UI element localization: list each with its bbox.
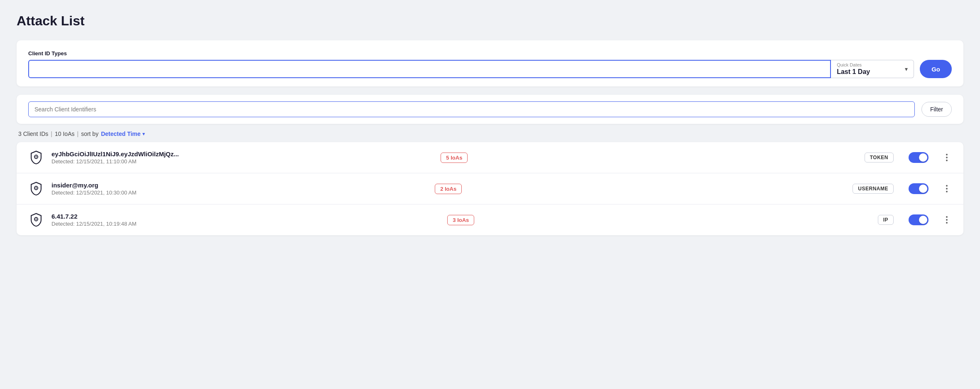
type-badge: IP [878,215,894,225]
svg-point-1 [36,156,37,158]
svg-point-3 [36,187,37,189]
attack-info: insider@my.org Detected: 12/15/2021, 10:… [51,182,427,196]
attack-detected: Detected: 12/15/2021, 10:19:48 AM [51,221,440,227]
type-badge: TOKEN [865,153,894,162]
attack-row: 6.41.7.22 Detected: 12/15/2021, 10:19:48… [17,204,963,235]
separator-2: | [77,130,78,137]
search-input[interactable] [28,101,915,117]
quick-dates-label: Quick Dates [837,63,902,67]
ioas-count: 10 IoAs [55,130,74,137]
more-options-icon[interactable] [942,184,952,194]
toggle-wrapper [909,152,929,163]
results-info: 3 Client IDs | 10 IoAs | sort by Detecte… [17,130,963,137]
filter-button[interactable]: Filter [921,102,952,117]
shield-icon [28,150,44,165]
attack-detected: Detected: 12/15/2021, 11:10:00 AM [51,158,433,165]
toggle-wrapper [909,183,929,194]
page-title: Attack List [17,13,963,29]
attack-id: 6.41.7.22 [51,213,243,220]
client-ids-count: 3 Client IDs [18,130,48,137]
quick-dates-value: Last 1 Day [837,68,902,76]
attack-row: eyJhbGciOiJlIUzl1NiJ9.eyJzdWliOilzMjQz..… [17,142,963,173]
filter-section: Client ID Types Quick Dates Last 1 Day ▾… [17,40,963,86]
type-badge: USERNAME [853,184,894,194]
enable-toggle[interactable] [909,183,929,194]
shield-icon [28,181,44,197]
attack-id: insider@my.org [51,182,243,189]
more-options-icon[interactable] [942,153,952,162]
sort-by-label: sort by [81,130,98,137]
chevron-down-icon: ▾ [905,66,908,72]
go-button[interactable]: Go [920,60,952,78]
ioas-badge: 2 IoAs [435,184,462,194]
svg-point-5 [36,219,37,220]
attack-list: eyJhbGciOiJlIUzl1NiJ9.eyJzdWliOilzMjQz..… [17,142,963,235]
toggle-wrapper [909,214,929,225]
attack-info: eyJhbGciOiJlIUzl1NiJ9.eyJzdWliOilzMjQz..… [51,150,433,165]
enable-toggle[interactable] [909,152,929,163]
more-options-icon[interactable] [942,215,952,225]
attack-id: eyJhbGciOiJlIUzl1NiJ9.eyJzdWliOilzMjQz..… [51,150,243,158]
quick-dates-select[interactable]: Quick Dates Last 1 Day ▾ [831,60,914,78]
sort-by-dropdown[interactable]: Detected Time ▾ [101,130,145,137]
client-id-input[interactable] [28,60,831,78]
ioas-badge: 3 IoAs [447,215,474,225]
attack-info: 6.41.7.22 Detected: 12/15/2021, 10:19:48… [51,213,440,227]
attack-row: insider@my.org Detected: 12/15/2021, 10:… [17,173,963,204]
filter-row: Quick Dates Last 1 Day ▾ Go [28,60,952,78]
enable-toggle[interactable] [909,214,929,225]
shield-icon [28,212,44,228]
client-id-label: Client ID Types [28,50,952,57]
ioas-badge: 5 IoAs [441,153,468,163]
search-section: Filter [17,95,963,124]
sort-chevron-icon: ▾ [142,131,145,137]
separator-1: | [51,130,52,137]
attack-detected: Detected: 12/15/2021, 10:30:00 AM [51,190,427,196]
